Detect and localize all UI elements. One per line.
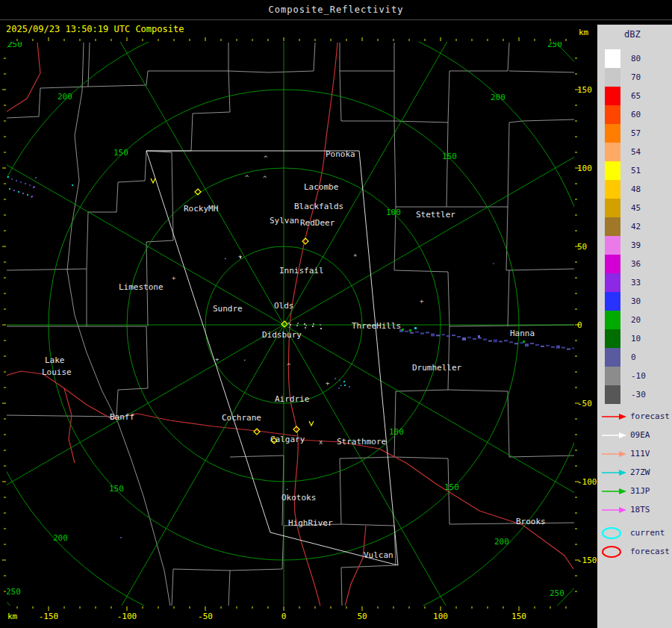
town-mark: * (353, 253, 357, 261)
dbz-scale-row: 54 (605, 143, 646, 161)
dbz-color-swatch (605, 348, 620, 367)
dbz-color-swatch (605, 161, 620, 180)
dbz-scale-row: 33 (605, 273, 646, 292)
right-axis-unit: km (579, 28, 589, 37)
dbz-value-label: 70 (631, 72, 641, 82)
city-label-innisfail: Innisfail (279, 266, 324, 276)
dbz-color-swatch (605, 255, 620, 273)
dbz-color-swatch (605, 180, 620, 199)
dbz-color-swatch (605, 199, 620, 217)
dbz-color-scale: 807065605754514845423936333020100-10-30 (605, 49, 646, 404)
dbz-color-swatch (605, 49, 620, 68)
track-legend: forecast09EA111V27ZW31JP18TScurrentforec… (600, 407, 670, 561)
track-arrow-icon (600, 465, 627, 480)
dbz-color-swatch (605, 143, 620, 161)
track-label: 18TS (630, 505, 650, 514)
dbz-value-label: 33 (631, 278, 641, 287)
dbz-color-swatch (605, 329, 620, 348)
dbz-scale-row: 20 (605, 311, 646, 329)
wind-v-marker (309, 421, 314, 426)
dbz-scale-row: 51 (605, 161, 646, 180)
town-mark: . (285, 484, 289, 491)
track-arrow-icon (600, 503, 627, 517)
track-arrow-icon (600, 428, 627, 443)
dbz-color-swatch (605, 236, 620, 255)
dbz-value-label: 20 (631, 315, 641, 325)
radar-echoes (7, 176, 576, 538)
town-mark: ^ (287, 362, 291, 370)
storm-ellipse-icon (600, 544, 627, 559)
track-label: 09EA (630, 430, 650, 440)
city-label-airdrie: Airdrie (275, 394, 309, 404)
station-diamond-marker (254, 429, 260, 435)
range-label: 200 (53, 533, 68, 543)
city-label-drumheller: Drumheller (412, 363, 462, 373)
dbz-value-label: 57 (631, 128, 641, 138)
town-mark: + (238, 252, 243, 260)
dbz-scale-row: 45 (605, 199, 646, 217)
bottom-axis-label: 50 (357, 612, 367, 621)
track-label: forecast (630, 547, 670, 556)
town-mark: + (420, 297, 424, 305)
bottom-axis-label: 100 (433, 612, 448, 621)
dbz-value-label: 10 (631, 334, 641, 343)
range-label: 150 (442, 152, 457, 161)
track-label: current (630, 528, 665, 538)
city-label-brooks: Brooks (516, 517, 546, 526)
track-legend-row: 111V (600, 444, 670, 463)
radar-map-canvas[interactable]: ^^^^*++++...x.+ PonokaLacombeBlackfaldsR… (0, 0, 597, 628)
track-legend-row: forecast (600, 542, 670, 561)
dbz-value-label: 42 (631, 222, 641, 231)
range-label: 100 (389, 427, 404, 437)
dbz-value-label: 0 (631, 352, 636, 362)
city-label-reddeer: RedDeer (300, 218, 335, 228)
dbz-scale-row: 36 (605, 255, 646, 273)
dbz-color-swatch (605, 68, 620, 87)
bottom-axis-label: 0 (281, 612, 287, 621)
dbz-value-label: 30 (631, 296, 641, 306)
dbz-scale-row: 10 (605, 329, 646, 348)
right-axis-label: -150 (577, 556, 597, 565)
city-label-lake: Lake (45, 355, 65, 365)
dbz-scale-row: 60 (605, 105, 646, 124)
range-label: 150 (109, 484, 124, 494)
town-mark: + (215, 355, 220, 363)
dbz-color-swatch (605, 124, 620, 143)
range-label: 250 (547, 40, 562, 49)
dbz-value-label: -30 (631, 390, 646, 400)
city-label-sundre: Sundre (213, 304, 243, 314)
dbz-scale-row: 42 (605, 217, 646, 236)
dbz-color-swatch (605, 217, 620, 236)
range-label: 250 (7, 40, 22, 49)
bottom-axis-label: -100 (117, 612, 137, 621)
storm-ellipse-icon (600, 526, 627, 541)
city-label-louise: Louise (42, 367, 72, 377)
dbz-value-label: 65 (631, 91, 641, 101)
range-label: 100 (386, 208, 401, 217)
dbz-scale-row: 0 (605, 348, 646, 367)
track-arrow-icon (600, 484, 627, 499)
city-label-limestone: Limestone (119, 282, 164, 292)
town-mark: + (172, 274, 176, 282)
dbz-color-swatch (605, 385, 620, 404)
dbz-value-label: 36 (631, 259, 641, 269)
bottom-axis-unit: km (7, 612, 18, 621)
dbz-color-swatch (605, 105, 620, 124)
dbz-scale-row: 48 (605, 180, 646, 199)
track-legend-row: 18TS (600, 500, 670, 519)
dbz-value-label: -10 (631, 371, 646, 381)
wind-v-marker (151, 178, 155, 183)
dbz-scale-row: -30 (605, 385, 646, 404)
right-axis-label: -100 (577, 477, 597, 487)
town-mark: ^ (263, 175, 267, 182)
dbz-scale-row: 39 (605, 236, 646, 255)
track-arrow-icon (600, 409, 627, 424)
city-label-okotoks: Okotoks (281, 493, 316, 503)
dbz-scale-row: 80 (605, 49, 646, 68)
town-mark: + (326, 379, 330, 387)
track-legend-row: 31JP (600, 482, 670, 500)
track-legend-row: 09EA (600, 426, 670, 444)
dbz-value-label: 80 (631, 54, 641, 63)
town-mark: . (223, 253, 227, 261)
town-mark: x (319, 438, 323, 446)
